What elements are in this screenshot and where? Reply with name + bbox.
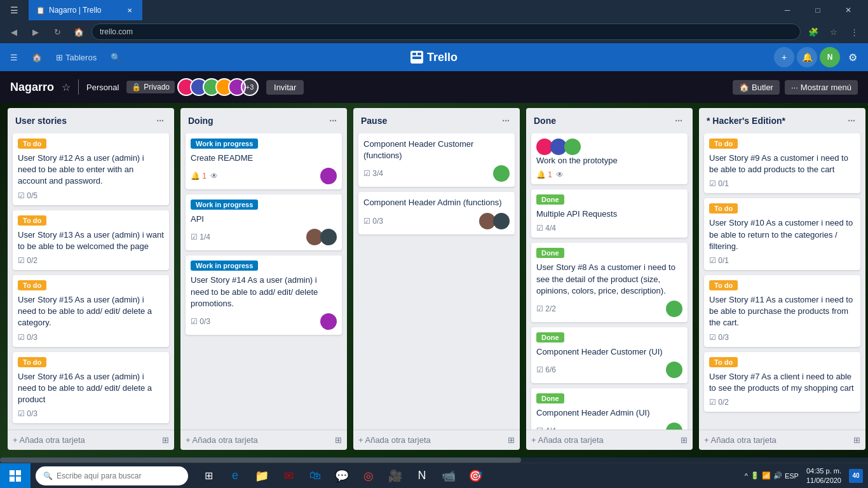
search-nav-button[interactable]: 🔍 [105,50,126,65]
template-icon[interactable]: ⊞ [335,435,342,445]
notion-icon[interactable]: N [409,463,435,489]
checklist-badge: ☑ 4/4 [536,224,556,233]
add-button[interactable]: + [774,47,794,67]
explorer-icon[interactable]: 📁 [249,463,275,489]
list-menu-button[interactable]: ··· [499,113,512,128]
card-api[interactable]: Work in progress API ☑ 1/4 [186,194,342,250]
card-member-avatar [320,168,337,184]
card-story-13[interactable]: To do User Story #13 As a user (admin) i… [13,210,169,270]
list-cards-doing: Work in progress Create README 🔔 1 👁 [180,133,347,430]
add-card-doing[interactable]: + Añada otra tarjeta ⊞ [180,430,347,450]
invite-button[interactable]: Invitar [266,80,304,95]
maximize-button[interactable]: □ [803,0,832,20]
checklist-badge: ☑ 6/6 [536,365,556,374]
refresh-button[interactable]: ↻ [48,23,66,41]
template-icon[interactable]: ⊞ [508,435,515,445]
boards-nav-button[interactable]: ⊞ Tableros [51,50,102,65]
list-menu-button[interactable]: ··· [154,113,166,128]
back-button[interactable]: ◀ [5,23,23,41]
notification-button[interactable]: 🔔 [797,47,817,67]
card-title: Component Header Admin (UI) [536,407,682,419]
hamburger-menu-button[interactable]: ☰ [5,50,23,65]
show-menu-button[interactable]: ··· Mostrar menú [785,80,858,95]
more-members-button[interactable]: +3 [241,78,259,96]
store-icon[interactable]: 🛍 [302,463,328,489]
card-avatars [306,229,337,245]
list-menu-button[interactable]: ··· [672,113,685,128]
divider [78,79,79,95]
card-label-todo: To do [18,139,46,149]
card-header-admin-ui[interactable]: Done Component Header Admin (UI) ☑ 4/4 [531,388,688,430]
mail-icon[interactable]: ✉ [276,463,301,489]
butler-button[interactable]: 🏠 Butler [733,80,780,95]
star-button[interactable]: ☆ [62,81,71,93]
card-header-customer-fn[interactable]: Component Header Customer (functions) ☑ … [358,133,515,187]
card-member-avatar [320,229,337,245]
minimize-button[interactable]: ─ [773,0,802,20]
card-footer: ☑ 0/5 [18,191,164,200]
extra-icon[interactable]: 🎯 [463,463,488,489]
add-card-hackers[interactable]: + Añada otra tarjeta ⊞ [699,430,865,450]
card-avatars [666,362,682,378]
search-input[interactable] [57,471,180,480]
card-title: User Story #7 As a client i need to able… [709,371,855,394]
card-member-avatar [666,362,682,378]
list-doing: Doing ··· Work in progress Create README… [180,108,347,450]
home-button[interactable]: 🏠 [70,23,88,41]
settings-button[interactable]: ⚙ [843,47,863,67]
start-button[interactable] [0,463,31,489]
card-title: User Story #9 As a customer i need to be… [709,152,855,175]
close-button[interactable]: ✕ [834,0,863,20]
whatsapp-icon[interactable]: 💬 [329,463,355,489]
browser-tab[interactable]: 📋 Nagarro | Trello ✕ [29,0,143,20]
checklist-badge: ☑ 0/3 [18,333,37,342]
horizontal-scrollbar[interactable] [0,458,868,463]
forward-button[interactable]: ▶ [27,23,44,41]
tab-close-button[interactable]: ✕ [125,5,135,15]
list-menu-button[interactable]: ··· [327,113,339,128]
chrome-icon[interactable]: ◎ [356,463,381,489]
board-members[interactable]: +3 [182,78,259,96]
card-title: Create README [191,152,337,164]
taskbar-search[interactable]: 🔍 [36,466,188,485]
home-nav-button[interactable]: 🏠 [27,50,47,65]
card-meta: ☑ 0/2 [18,256,37,265]
card-meta: ☑ 0/3 [709,333,729,342]
extensions-button[interactable]: 🧩 [804,23,822,41]
list-menu-button[interactable]: ··· [845,113,858,128]
menu-icon[interactable]: ☰ [5,3,24,18]
card-header-admin-fn[interactable]: Component Header Admin (functions) ☑ 0/3 [358,192,515,234]
card-story-7[interactable]: To do User Story #7 As a client i need t… [704,352,860,412]
template-icon[interactable]: ⊞ [681,435,688,445]
template-icon[interactable]: ⊞ [853,435,860,445]
obs-icon[interactable]: 🎥 [383,463,408,489]
card-story-16[interactable]: To do User Story #16 As a user (admin) i… [13,352,169,424]
card-story-8[interactable]: Done User Story #8 As a customer i need … [531,243,688,322]
card-story-10[interactable]: To do User Story #10 As a customer i nee… [704,198,860,270]
bookmark-button[interactable]: ☆ [825,23,843,41]
add-card-user-stories[interactable]: + Añada otra tarjeta ⊞ [8,430,174,450]
privacy-tag[interactable]: 🔒 Privado [126,81,175,93]
add-card-pause[interactable]: + Añada otra tarjeta ⊞ [353,430,520,450]
card-story-9[interactable]: To do User Story #9 As a customer i need… [704,133,860,193]
card-header-customer-ui[interactable]: Done Component Header Customer (UI) ☑ 6/… [531,327,688,383]
user-avatar[interactable]: N [820,47,840,67]
trello-logo: Trello [410,51,458,64]
zoom-icon[interactable]: 📹 [436,463,461,489]
card-prototype[interactable]: Work on the prototype 🔔 1 👁 [531,133,688,184]
header-left: ☰ 🏠 ⊞ Tableros 🔍 [5,50,126,65]
settings-button[interactable]: ⋮ [845,23,863,41]
card-story-14[interactable]: Work in progress User Story #14 As a use… [186,255,342,335]
edge-browser-icon[interactable]: e [222,463,248,489]
card-story-15[interactable]: To do User Story #15 As a user (admin) i… [13,275,169,347]
card-story-11[interactable]: To do User Story #11 As a customer i nee… [704,275,860,347]
url-input[interactable] [92,24,801,40]
card-avatars [320,168,337,184]
scrollbar-thumb[interactable] [0,458,521,463]
card-api-requests[interactable]: Done Multiple API Requests ☑ 4/4 [531,189,688,238]
taskview-button[interactable]: ⊞ [196,463,221,489]
template-icon[interactable]: ⊞ [162,435,169,445]
card-story-12[interactable]: To do User Story #12 As a user (admin) i… [13,133,169,205]
add-card-done[interactable]: + Añada otra tarjeta ⊞ [526,430,693,450]
card-create-readme[interactable]: Work in progress Create README 🔔 1 👁 [186,133,342,189]
